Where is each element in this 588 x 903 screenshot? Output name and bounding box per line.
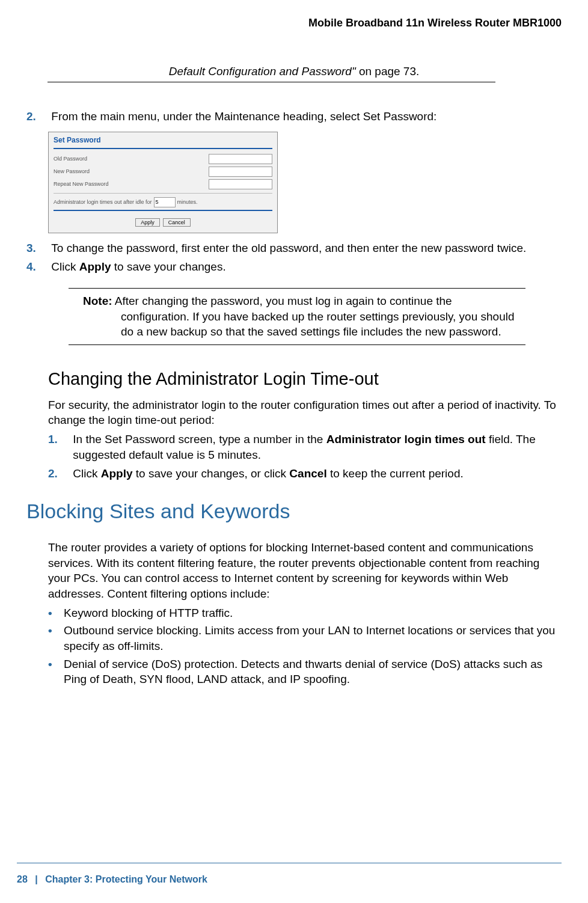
- step-text-pre: Click: [73, 467, 100, 480]
- apply-button[interactable]: Apply: [135, 218, 160, 227]
- cancel-button[interactable]: Cancel: [163, 218, 191, 227]
- step-text-bold: Apply: [79, 260, 111, 273]
- bullet-item: • Keyword blocking of HTTP traffic.: [48, 605, 562, 621]
- step-text-bold: Administrator login times out: [326, 433, 486, 445]
- step-text-post: to save your changes.: [111, 260, 226, 273]
- step-number: 2.: [48, 466, 70, 482]
- new-password-input[interactable]: [209, 167, 272, 177]
- step-4: 4. Click Apply to save your changes.: [26, 259, 562, 275]
- repeat-password-row: Repeat New Password: [49, 178, 277, 191]
- note-body: configuration. If you have backed up the…: [121, 309, 519, 340]
- blocking-intro: The router provides a variety of options…: [48, 540, 562, 602]
- repeat-password-label: Repeat New Password: [54, 181, 209, 187]
- step-text: In the Set Password screen, type a numbe…: [73, 432, 556, 462]
- step-number: 2.: [26, 109, 48, 124]
- note-rule-bottom: [69, 344, 525, 345]
- step-text: Click Apply to save your changes, or cli…: [73, 466, 556, 482]
- new-password-row: New Password: [49, 165, 277, 178]
- footer-separator: |: [35, 874, 37, 884]
- page-number: 28: [17, 874, 28, 884]
- old-password-row: Old Password: [49, 153, 277, 165]
- step-number: 3.: [26, 240, 48, 256]
- note-first-line: After changing the password, you must lo…: [115, 295, 452, 307]
- repeat-password-input[interactable]: [209, 179, 272, 189]
- step-2: 2. From the main menu, under the Mainten…: [26, 109, 562, 124]
- heading-timeout: Changing the Administrator Login Time-ou…: [48, 369, 562, 389]
- footer-rule: [17, 863, 562, 863]
- step-text-post: to keep the current period.: [327, 467, 464, 480]
- note-block: Note: After changing the password, you m…: [69, 288, 525, 345]
- timeout-step-1: 1. In the Set Password screen, type a nu…: [48, 432, 562, 462]
- screenshot-title: Set Password: [49, 132, 277, 147]
- step-text: From the main menu, under the Maintenanc…: [51, 109, 556, 124]
- bullet-dot: •: [48, 657, 64, 687]
- bullet-text: Outbound service blocking. Limits access…: [64, 623, 562, 654]
- step-3: 3. To change the password, first enter t…: [26, 240, 562, 256]
- step-text: Click Apply to save your changes.: [51, 259, 556, 275]
- reference-rule: [47, 82, 495, 82]
- step-text-pre: Click: [51, 260, 79, 273]
- bullet-text: Keyword blocking of HTTP traffic.: [64, 605, 562, 621]
- bullet-dot: •: [48, 623, 64, 654]
- note-label: Note:: [83, 295, 112, 307]
- timeout-input[interactable]: [154, 197, 176, 207]
- step-text-mid: to save your changes, or click: [133, 467, 290, 480]
- step-text: To change the password, first enter the …: [51, 240, 556, 256]
- note-rule-top: [69, 288, 525, 289]
- bullet-dot: •: [48, 605, 64, 621]
- timeout-row: Administrator login times out after idle…: [49, 196, 277, 209]
- page-footer: 28 | Chapter 3: Protecting Your Network: [17, 874, 207, 885]
- old-password-label: Old Password: [54, 156, 209, 162]
- bullet-text: Denial of service (DoS) protection. Dete…: [64, 657, 562, 687]
- set-password-screenshot: Set Password Old Password New Password R…: [48, 132, 278, 233]
- cross-reference: Default Configuration and Password" on p…: [57, 65, 531, 78]
- timeout-step-2: 2. Click Apply to save your changes, or …: [48, 466, 562, 482]
- page-header: Mobile Broadband 11n Wireless Router MBR…: [308, 17, 562, 29]
- cross-reference-rest: on page 73.: [356, 65, 420, 78]
- timeout-prefix: Administrator login times out after idle…: [54, 199, 152, 205]
- old-password-input[interactable]: [209, 154, 272, 164]
- step-text-bold2: Cancel: [289, 467, 326, 480]
- new-password-label: New Password: [54, 168, 209, 174]
- step-number: 4.: [26, 259, 48, 275]
- bullet-item: • Outbound service blocking. Limits acce…: [48, 623, 562, 654]
- step-text-bold: Apply: [101, 467, 133, 480]
- screenshot-divider-bottom: [54, 210, 272, 211]
- bullet-item: • Denial of service (DoS) protection. De…: [48, 657, 562, 687]
- screenshot-divider: [54, 148, 272, 149]
- heading-blocking: Blocking Sites and Keywords: [26, 500, 562, 523]
- step-number: 1.: [48, 432, 70, 447]
- cross-reference-italic: Default Configuration and Password": [169, 65, 356, 78]
- timeout-intro: For security, the administrator login to…: [48, 397, 562, 428]
- step-text-pre: In the Set Password screen, type a numbe…: [73, 433, 326, 445]
- timeout-suffix: minutes.: [177, 199, 198, 205]
- screenshot-divider-grey: [54, 193, 272, 194]
- chapter-title: Chapter 3: Protecting Your Network: [45, 874, 207, 884]
